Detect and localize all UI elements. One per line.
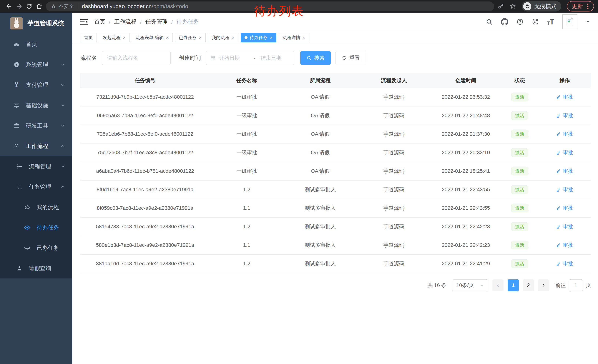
status-badge: 激活 <box>511 148 528 157</box>
chevron-down-icon <box>60 62 65 67</box>
browser-home-button[interactable] <box>34 1 44 11</box>
browser-update-button[interactable]: 更新 <box>567 1 594 11</box>
close-icon[interactable]: × <box>303 35 305 40</box>
logo-row[interactable]: 芋道管理系统 <box>0 13 72 34</box>
broken-image-icon <box>565 17 575 27</box>
sidebar-item-leave-query[interactable]: 请假查询 <box>0 258 72 278</box>
breadcrumb-workflow[interactable]: 工作流程 <box>114 18 136 25</box>
breadcrumb-home[interactable]: 首页 <box>94 18 105 25</box>
approve-link[interactable]: 审批 <box>556 223 573 230</box>
avatar[interactable] <box>562 15 577 29</box>
cell-task-id: 8f059c03-7ac8-11ec-a9e2-a2380e71991a <box>80 199 210 217</box>
cell-task-id: a6aba0a4-7b6d-11ec-b781-acde48001122 <box>80 162 210 180</box>
not-secure-warning-icon <box>51 4 56 9</box>
date-range-picker[interactable]: 开始日期 - 结束日期 <box>206 51 294 65</box>
incognito-badge[interactable]: 无痕模式 <box>522 1 561 11</box>
close-icon[interactable]: × <box>232 35 234 40</box>
chevron-right-icon <box>541 283 546 288</box>
table-row: 381aa1dd-7ac8-11ec-a9e2-a2380e71991a 1.2… <box>80 254 591 273</box>
cell-initiator: 芋道源码 <box>357 88 431 106</box>
approve-link[interactable]: 审批 <box>556 130 573 138</box>
password-key-icon[interactable] <box>498 3 504 9</box>
status-badge: 激活 <box>511 204 528 212</box>
sidebar-item-label: 流程管理 <box>29 163 54 170</box>
font-size-icon[interactable]: TT <box>547 18 554 25</box>
monitor-icon <box>13 102 20 109</box>
sidebar-item-system[interactable]: 系统管理 <box>0 54 72 75</box>
calendar-icon <box>210 55 216 61</box>
sidebar-item-label: 系统管理 <box>26 61 54 68</box>
search-button[interactable]: 搜索 <box>300 51 331 65</box>
avatar-caret-icon[interactable] <box>585 19 590 24</box>
tab-start-process[interactable]: 发起流程 × <box>99 33 130 42</box>
approve-link[interactable]: 审批 <box>556 112 573 119</box>
approve-link[interactable]: 审批 <box>556 205 573 212</box>
tab-label: 发起流程 <box>103 35 121 40</box>
table-row: 75d72608-7b7f-11ec-a3c8-acde48001122 一级审… <box>80 143 591 162</box>
url-host: dashboard.yudao.iocoder.cn <box>82 3 152 9</box>
sidebar-item-process-mgmt[interactable]: 流程管理 <box>0 156 72 177</box>
sidebar-item-home[interactable]: 首页 <box>0 34 72 54</box>
approve-link[interactable]: 审批 <box>556 260 573 267</box>
tab-process-form-edit[interactable]: 流程表单-编辑 × <box>132 33 173 42</box>
browser-reload-button[interactable] <box>24 1 34 11</box>
sidebar-item-my-process[interactable]: 我的流程 <box>0 197 72 217</box>
col-created: 创建时间 <box>431 73 501 88</box>
sidebar-item-infrastructure[interactable]: 基础设施 <box>0 95 72 115</box>
page-button-2[interactable]: 2 <box>523 279 534 291</box>
sidebar-item-done-tasks[interactable]: 已办任务 <box>0 238 72 258</box>
close-icon[interactable]: × <box>199 35 201 40</box>
cell-process: OA 请假 <box>283 106 357 125</box>
sidebar-item-workflow[interactable]: 工作流程 <box>0 136 72 156</box>
tab-home[interactable]: 首页 <box>80 33 97 42</box>
github-icon[interactable] <box>501 18 508 25</box>
filter-bar: 流程名 请输入流程名 创建时间 开始日期 - 结束日期 搜索 <box>80 51 591 65</box>
search-icon[interactable] <box>486 18 493 25</box>
status-badge: 激活 <box>511 130 528 138</box>
sidebar-item-payment[interactable]: ¥ 支付管理 <box>0 75 72 95</box>
sidebar-collapse-icon[interactable] <box>80 18 88 25</box>
tab-todo-tasks[interactable]: 待办任务 × <box>241 33 276 42</box>
sidebar-item-todo-tasks[interactable]: 待办任务 <box>0 217 72 238</box>
sidebar-item-dev-tools[interactable]: 研发工具 <box>0 115 72 136</box>
page-size-select[interactable]: 10条/页 <box>452 279 488 291</box>
table-row: 069c6a63-7b8a-11ec-8ef0-acde48001122 一级审… <box>80 106 591 125</box>
cell-initiator: 芋道源码 <box>357 236 431 254</box>
approve-link[interactable]: 审批 <box>556 168 573 175</box>
cell-initiator: 芋道源码 <box>357 143 431 162</box>
page-button-1[interactable]: 1 <box>507 279 519 291</box>
goto-page-input[interactable]: 1 <box>569 279 583 291</box>
approve-link[interactable]: 审批 <box>556 94 573 101</box>
cell-task-id: 381aa1dd-7ac8-11ec-a9e2-a2380e71991a <box>80 254 210 273</box>
breadcrumb-task-mgmt[interactable]: 任务管理 <box>145 18 168 25</box>
help-icon[interactable] <box>516 18 523 25</box>
next-page-button[interactable] <box>538 279 549 291</box>
col-status: 状态 <box>501 73 538 88</box>
chevron-down-icon <box>60 164 65 169</box>
cell-task-id: 725a1eb6-7b88-11ec-8ef0-acde48001122 <box>80 125 210 143</box>
browser-forward-button[interactable] <box>14 1 24 11</box>
reset-button[interactable]: 重置 <box>335 51 366 65</box>
close-icon[interactable]: × <box>123 35 126 40</box>
security-status[interactable]: 不安全 <box>51 3 74 10</box>
approve-link[interactable]: 审批 <box>556 242 573 249</box>
approve-link[interactable]: 审批 <box>556 149 573 156</box>
approve-link[interactable]: 审批 <box>556 186 573 193</box>
breadcrumb: 首页 / 工作流程 / 任务管理 / 待办任务 <box>94 18 199 25</box>
cell-initiator: 芋道源码 <box>357 125 431 143</box>
tab-my-process[interactable]: 我的流程 × <box>208 33 238 42</box>
close-icon[interactable]: × <box>166 35 169 40</box>
sidebar-item-task-mgmt[interactable]: 任务管理 <box>0 177 72 197</box>
fullscreen-icon[interactable] <box>532 18 539 25</box>
tab-label: 首页 <box>84 35 93 40</box>
eye-icon <box>24 224 31 231</box>
close-icon[interactable]: × <box>270 35 273 40</box>
tab-process-detail[interactable]: 流程详情 × <box>279 33 309 42</box>
pencil-icon <box>556 224 561 229</box>
tab-done-tasks[interactable]: 已办任务 × <box>175 33 206 42</box>
cell-task-id: 58154733-7ac8-11ec-a9e2-a2380e71991a <box>80 217 210 236</box>
bookmark-star-icon[interactable] <box>509 3 516 10</box>
prev-page-button[interactable] <box>492 279 504 291</box>
process-name-input[interactable]: 请输入流程名 <box>102 51 171 65</box>
browser-back-button[interactable] <box>4 1 14 11</box>
